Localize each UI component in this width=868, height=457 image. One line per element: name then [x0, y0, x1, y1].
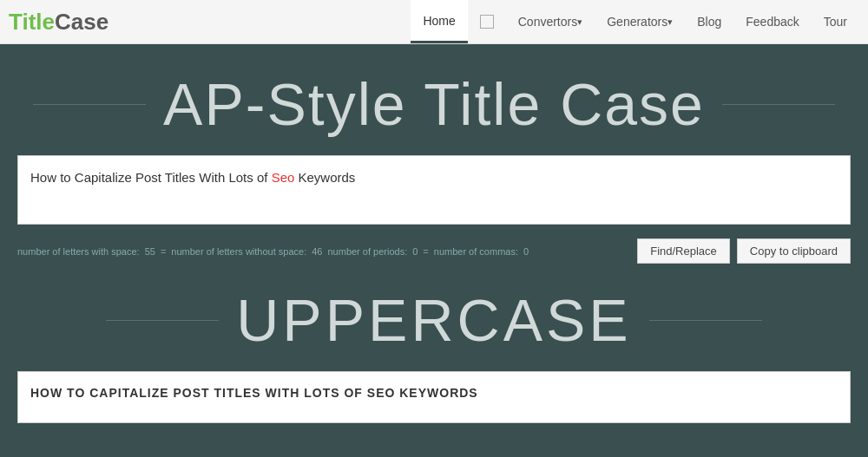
- nav-items: Home Convertors Generators Blog Feedback…: [411, 0, 859, 43]
- hero-title-text: AP-Style Title Case: [163, 70, 705, 138]
- nav-item-feedback[interactable]: Feedback: [733, 0, 811, 43]
- title-case-output[interactable]: How to Capitalize Post Titles With Lots …: [17, 155, 851, 225]
- nav-item-checkbox[interactable]: [468, 0, 506, 43]
- stats-bar: number of letters with space: 55 = numbe…: [0, 233, 868, 269]
- nav-item-tour[interactable]: Tour: [812, 0, 859, 43]
- commas-value: 0: [523, 246, 529, 257]
- sep2: =: [423, 246, 428, 257]
- logo[interactable]: TitleCase: [9, 9, 108, 36]
- letters-with-space-value: 55: [145, 246, 155, 257]
- logo-title-highlight: Title: [9, 9, 55, 35]
- letters-without-space-label: number of letters without space:: [171, 246, 306, 257]
- hero-title-line-left: [33, 104, 146, 105]
- find-replace-button[interactable]: Find/Replace: [637, 238, 730, 264]
- nav-item-blog[interactable]: Blog: [685, 0, 733, 43]
- letters-with-space-label: number of letters with space:: [17, 246, 140, 257]
- hero-title: AP-Style Title Case: [17, 70, 851, 138]
- uppercase-title-line-right: [649, 320, 762, 321]
- sep1: =: [161, 246, 166, 257]
- navigation: TitleCase Home Convertors Generators Blo…: [0, 0, 868, 44]
- uppercase-title: UPPERCASE: [17, 286, 851, 354]
- uppercase-text-section: HOW TO CAPITALIZE POST TITLES WITH LOTS …: [0, 371, 868, 423]
- highlighted-text: Seo: [272, 170, 295, 185]
- logo-case: Case: [55, 9, 108, 35]
- uppercase-output[interactable]: HOW TO CAPITALIZE POST TITLES WITH LOTS …: [17, 371, 851, 423]
- copy-clipboard-button[interactable]: Copy to clipboard: [737, 238, 851, 264]
- main-content: AP-Style Title Case How to Capitalize Po…: [0, 44, 868, 423]
- title-case-text: How to Capitalize Post Titles With Lots …: [30, 170, 355, 185]
- uppercase-title-text: UPPERCASE: [236, 286, 631, 354]
- uppercase-title-line-left: [106, 320, 219, 321]
- periods-value: 0: [412, 246, 418, 257]
- hero-section: AP-Style Title Case: [0, 44, 868, 147]
- uppercase-section: UPPERCASE: [0, 269, 868, 362]
- stats-buttons: Find/Replace Copy to clipboard: [637, 238, 851, 264]
- nav-item-generators[interactable]: Generators: [595, 0, 685, 43]
- nav-item-convertors[interactable]: Convertors: [506, 0, 595, 43]
- hero-title-line-right: [722, 104, 835, 105]
- textarea-section: How to Capitalize Post Titles With Lots …: [0, 155, 868, 225]
- uppercase-text: HOW TO CAPITALIZE POST TITLES WITH LOTS …: [30, 386, 478, 400]
- checkbox-icon[interactable]: [480, 15, 494, 29]
- letters-without-space-value: 46: [312, 246, 322, 257]
- nav-item-home[interactable]: Home: [411, 0, 467, 43]
- commas-label: number of commas:: [434, 246, 518, 257]
- periods-label: number of periods:: [327, 246, 407, 257]
